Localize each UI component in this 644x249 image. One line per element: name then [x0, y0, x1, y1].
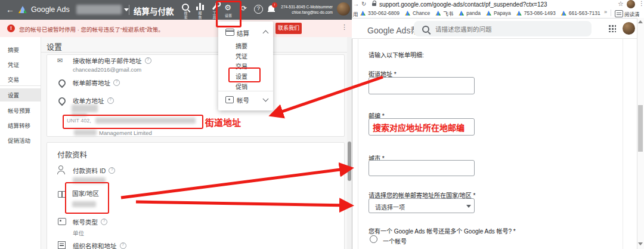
- ads-favicon: [516, 11, 522, 16]
- settings-gear-icon[interactable]: ⚙: [221, 3, 234, 12]
- account-name-redacted[interactable]: [76, 5, 122, 14]
- sidebar-divider: [0, 85, 41, 86]
- account-menu-icon: [225, 96, 234, 103]
- page-title: 设置: [47, 41, 62, 52]
- address-line-redacted: [72, 104, 98, 112]
- sidebar-item-transactions[interactable]: 交易: [0, 73, 41, 86]
- avatar[interactable]: [337, 2, 350, 16]
- org-name-redacted: [74, 130, 97, 136]
- help-circle-icon[interactable]: [145, 57, 151, 64]
- help-circle-icon[interactable]: [107, 97, 114, 104]
- contact-us-button[interactable]: 联系我们: [275, 23, 302, 34]
- chevron-up-icon[interactable]: [263, 30, 269, 36]
- scroll-down-arrow[interactable]: [638, 242, 643, 245]
- menu-account-label[interactable]: 帐号: [237, 96, 249, 104]
- ads-favicon: [459, 11, 464, 16]
- ssl-lock-icon[interactable]: [372, 3, 376, 6]
- annotation-postal-hint: 搜索对应地址所在地邮编: [373, 121, 465, 133]
- sidebar-item-summary[interactable]: 摘要: [0, 43, 41, 56]
- google-apps-grid-icon[interactable]: [608, 24, 616, 32]
- search-icon: [422, 26, 429, 33]
- sidebar-item-account-budget[interactable]: 帐号预算: [0, 104, 41, 117]
- divider: [623, 38, 623, 249]
- invoice-email-value: chancead2016@gmail.com: [73, 66, 141, 73]
- chevron-down-icon[interactable]: [263, 96, 269, 102]
- menu-item-documents[interactable]: 凭证: [236, 51, 247, 60]
- annotation-street-label: 街道地址: [205, 116, 241, 128]
- help-circle-icon[interactable]: [109, 167, 115, 174]
- sidebar-item-documents[interactable]: 凭证: [0, 58, 41, 71]
- sidebar-item-settings-selected[interactable]: 设置: [0, 88, 41, 102]
- tools-icon-label: 工具: [212, 11, 216, 20]
- account-chevron-down-icon[interactable]: [124, 8, 129, 11]
- street-address-redacted: [95, 118, 196, 124]
- radio-one-account[interactable]: [370, 235, 377, 243]
- form-intro: 请输入以下帐单明细:: [369, 50, 424, 59]
- banner-overflow-menu-icon[interactable]: ⋮: [341, 23, 348, 31]
- help-avatar[interactable]: [623, 22, 635, 35]
- menu-item-summary[interactable]: 摘要: [236, 41, 247, 50]
- refresh-icon[interactable]: ⟳: [241, 4, 247, 13]
- menu-divider: [218, 91, 273, 91]
- accounts-question: 您有一个 Google Ads 帐号还是多个 Google Ads 帐号? *: [369, 226, 516, 235]
- divider: [129, 5, 129, 15]
- city-input[interactable]: [369, 160, 475, 176]
- left-scrollbar-thumb[interactable]: [348, 142, 351, 181]
- reports-icon-label: 报告: [198, 11, 202, 20]
- search-icon-label: 搜索: [184, 11, 187, 20]
- account-email-line: chloe.fang@tec-do.com: [275, 10, 333, 15]
- sidebar-item-billing-transfer[interactable]: 结算转移: [0, 119, 41, 132]
- organization-icon: [58, 241, 66, 249]
- reading-list-icon[interactable]: [615, 10, 623, 17]
- bookmarks-overflow-chevron[interactable]: »: [604, 9, 607, 15]
- browser-menu-icon[interactable]: ⋮: [639, 0, 644, 7]
- address-bar-url[interactable]: support.google.com/google-ads/contact/pf…: [379, 1, 613, 8]
- scroll-up-arrow[interactable]: [638, 20, 643, 23]
- help-circle-icon[interactable]: [101, 219, 107, 225]
- alert-icon: [7, 24, 15, 32]
- screenshot-root: ← Google Ads 结算与付款 搜索 报告 工具 ⚙ 设置 ⟳ ? ! 2…: [0, 0, 644, 249]
- country-select-value: 请选择一项: [375, 202, 405, 211]
- divider: [41, 52, 347, 53]
- billing-card-icon: [225, 29, 234, 36]
- payments-profile-id-label: 付款资料 ID: [73, 166, 115, 175]
- alert-message: 您的帐号已被暂时停用 · 您的帐号违反了“规避系统”政策。: [19, 25, 164, 33]
- bookmark-item[interactable]: panda: [459, 10, 481, 16]
- menu-item-transactions[interactable]: 交易: [236, 62, 247, 70]
- bookmark-item[interactable]: Papaya: [486, 10, 511, 16]
- bookmark-star-icon[interactable]: ☆: [618, 0, 624, 8]
- settings-icon-label: 设置: [222, 13, 235, 18]
- country-icon: [58, 191, 66, 198]
- street-address-input[interactable]: [369, 77, 475, 94]
- help-icon[interactable]: ?: [254, 5, 263, 14]
- forward-arrow-icon[interactable]: →: [353, 1, 359, 7]
- bookmark-item[interactable]: 753-086-1493: [516, 10, 556, 16]
- email-icon: ✉: [57, 57, 63, 64]
- right-scrollbar-thumb[interactable]: [638, 105, 643, 152]
- menu-item-settings[interactable]: 设置: [236, 72, 247, 81]
- sidebar-item-promotions[interactable]: 促销活动: [0, 134, 41, 147]
- ads-favicon: [405, 11, 410, 16]
- ads-favicon: [360, 11, 366, 16]
- help-search-input[interactable]: [434, 23, 586, 35]
- bookmark-item[interactable]: 飞书: [435, 10, 453, 17]
- help-search-box[interactable]: [414, 21, 592, 36]
- browser-avatar[interactable]: [627, 0, 635, 8]
- google-ads-logo-icon: [18, 6, 27, 13]
- ads-topbar: ← Google Ads 结算与付款 搜索 报告 工具 ⚙ 设置 ⟳ ? ! 2…: [0, 0, 352, 20]
- select-caret-icon: [466, 205, 471, 208]
- bookmark-item[interactable]: 661-563-7131: [561, 10, 600, 16]
- account-type-label: 帐号类型: [73, 217, 107, 226]
- reload-icon[interactable]: ↻: [361, 1, 366, 7]
- country-select[interactable]: 请选择一项: [369, 198, 475, 213]
- bookmark-partial[interactable]: 用: [353, 10, 358, 17]
- menu-item-promotions[interactable]: 促销: [236, 82, 247, 91]
- country-value-redacted: [72, 201, 96, 207]
- menu-billing-label[interactable]: 结算: [237, 29, 249, 38]
- bookmark-item[interactable]: 330-062-6809: [360, 10, 400, 16]
- help-circle-icon[interactable]: [120, 242, 126, 249]
- back-arrow-icon[interactable]: ←: [6, 5, 14, 14]
- bookmark-item[interactable]: Chance: [405, 10, 430, 16]
- ads-favicon: [435, 11, 441, 16]
- help-circle-icon[interactable]: [113, 79, 120, 86]
